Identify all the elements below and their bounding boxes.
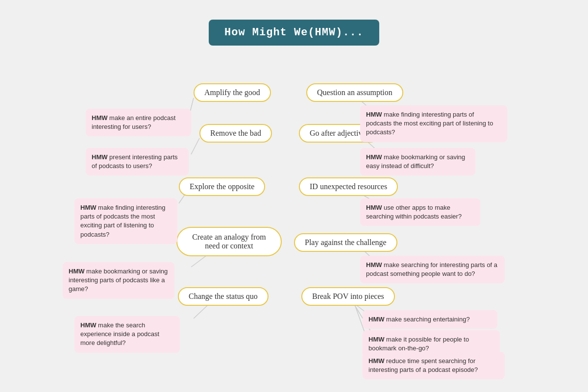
node-amplify[interactable]: Amplify the good	[194, 83, 271, 102]
card-status-quo-hmw: HMW make the search experience inside a …	[74, 316, 180, 353]
card-play-hmw: HMW make searching for interesting parts…	[360, 256, 505, 283]
node-status-quo[interactable]: Change the status quo	[178, 287, 269, 306]
main-canvas: How Might We(HMW)... Amplify the good Qu…	[0, 0, 588, 392]
node-break-pov[interactable]: Break POV into pieces	[301, 287, 395, 306]
node-remove[interactable]: Remove the bad	[199, 124, 272, 143]
node-id-resources[interactable]: ID unexpected resources	[299, 177, 398, 196]
node-play[interactable]: Play against the challenge	[294, 233, 397, 252]
card-adjectives-hmw: HMW make bookmarking or saving easy inst…	[360, 148, 475, 175]
card-question-hmw: HMW make finding interesting parts of po…	[360, 105, 507, 142]
page-title: How Might We(HMW)...	[209, 20, 379, 46]
node-question[interactable]: Question an assumption	[306, 83, 403, 102]
card-amplify-hmw: HMW make an entire podcast interesting f…	[86, 109, 191, 136]
card-pov-3-hmw: HMW reduce time spent searching for inte…	[363, 352, 505, 379]
node-analogy[interactable]: Create an analogy fromneed or context	[176, 227, 282, 256]
svg-line-2	[191, 138, 199, 154]
card-remove-hmw: HMW present interesting parts of podcast…	[86, 148, 189, 175]
card-id-resources-hmw: HMW use other apps to make searching wit…	[360, 198, 480, 226]
card-analogy-hmw: HMW make bookmarking or saving interesti…	[63, 262, 174, 299]
card-pov-1-hmw: HMW make searching entertaining?	[363, 310, 497, 329]
node-explore[interactable]: Explore the opposite	[179, 177, 265, 196]
card-explore-hmw: HMW make finding interesting parts of po…	[74, 198, 177, 244]
